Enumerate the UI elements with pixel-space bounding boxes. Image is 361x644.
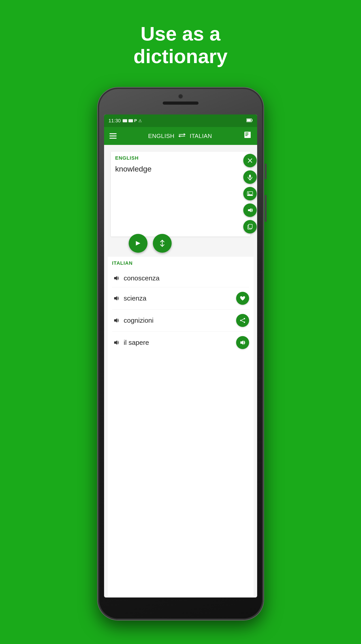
svg-marker-17 xyxy=(248,208,251,212)
source-language-label: ENGLISH xyxy=(115,155,247,161)
svg-point-27 xyxy=(240,320,241,321)
speaker-icon xyxy=(247,207,253,213)
keyboard-icon xyxy=(129,119,133,122)
volume-icon xyxy=(239,340,246,346)
favorite-button[interactable] xyxy=(236,292,249,305)
share-icon xyxy=(239,317,246,324)
svg-marker-24 xyxy=(114,296,117,300)
warning-icon: ⚠ xyxy=(138,118,142,123)
share-button[interactable] xyxy=(236,314,249,327)
mic-button[interactable] xyxy=(243,170,257,184)
vibrate-icon xyxy=(123,119,127,122)
translate-icon xyxy=(134,239,142,247)
speak-result-2-button[interactable] xyxy=(112,294,121,303)
svg-rect-2 xyxy=(247,119,251,122)
svg-marker-25 xyxy=(114,318,117,323)
speak-result-3-button[interactable] xyxy=(112,316,121,325)
speaker-small-icon xyxy=(113,317,120,324)
target-language[interactable]: ITALIAN xyxy=(190,132,212,140)
results-section: ITALIAN conoscenza xyxy=(108,257,254,598)
swap-direction-button[interactable] xyxy=(153,234,172,253)
phone-camera xyxy=(178,94,183,99)
speaker-small-icon xyxy=(113,295,120,302)
battery-icon xyxy=(246,118,253,124)
svg-rect-12 xyxy=(249,175,251,178)
headline-line1: Use as a xyxy=(133,22,228,45)
mic-icon xyxy=(247,174,253,180)
input-section: ENGLISH knowledge xyxy=(111,152,250,236)
result-word-1: conoscenza xyxy=(124,274,249,282)
result-item-1: conoscenza xyxy=(112,269,249,287)
play-audio-button[interactable] xyxy=(236,336,249,349)
hamburger-line xyxy=(109,133,117,134)
result-item-2: scienza xyxy=(112,287,249,310)
target-language-label: ITALIAN xyxy=(112,260,249,266)
translate-button[interactable] xyxy=(129,234,148,253)
svg-marker-23 xyxy=(114,276,117,280)
time-display: 11:30 xyxy=(109,118,121,124)
input-text-field[interactable]: knowledge xyxy=(115,164,247,173)
status-icons: P ⚠ xyxy=(123,118,142,123)
result-word-2: scienza xyxy=(124,294,236,302)
hamburger-menu-button[interactable] xyxy=(109,133,117,139)
language-selector[interactable]: ENGLISH ITALIAN xyxy=(148,132,212,140)
power-button[interactable] xyxy=(265,195,266,222)
app-bar: ENGLISH ITALIAN xyxy=(104,127,257,145)
source-language[interactable]: ENGLISH xyxy=(148,132,175,140)
svg-rect-6 xyxy=(245,132,248,133)
headline-line2: dictionary xyxy=(133,45,228,68)
result-item-3: cognizioni xyxy=(112,310,249,332)
swap-vertical-icon xyxy=(158,239,166,247)
copy-icon xyxy=(247,224,253,230)
image-button[interactable] xyxy=(243,187,257,200)
svg-rect-8 xyxy=(245,135,247,136)
result-word-3: cognizioni xyxy=(124,317,236,324)
clear-button[interactable] xyxy=(243,154,257,167)
speak-result-4-button[interactable] xyxy=(112,338,121,347)
speaker-small-icon xyxy=(113,339,120,346)
hamburger-line xyxy=(109,136,117,136)
close-icon xyxy=(247,158,253,164)
hamburger-line xyxy=(109,138,117,139)
battery-svg xyxy=(246,118,253,122)
svg-point-16 xyxy=(248,192,249,194)
phone-screen: 11:30 P ⚠ xyxy=(104,114,257,598)
dict-svg xyxy=(243,131,252,139)
fab-area xyxy=(111,236,250,257)
parking-icon: P xyxy=(134,118,137,123)
svg-point-28 xyxy=(244,322,245,323)
swap-languages-icon[interactable] xyxy=(178,132,186,139)
status-bar: 11:30 P ⚠ xyxy=(104,114,257,127)
svg-line-30 xyxy=(241,321,244,322)
result-word-4: il sapere xyxy=(124,339,236,346)
svg-rect-19 xyxy=(249,224,252,228)
speak-result-1-button[interactable] xyxy=(112,274,121,283)
side-action-buttons xyxy=(243,154,257,234)
svg-marker-21 xyxy=(136,241,140,246)
svg-rect-7 xyxy=(245,134,248,134)
status-time: 11:30 P ⚠ xyxy=(109,118,142,124)
phone-speaker-grille xyxy=(163,102,199,105)
result-item-4: il sapere xyxy=(112,332,249,354)
svg-rect-9 xyxy=(249,132,251,138)
dictionary-icon[interactable] xyxy=(243,131,252,141)
phone-top-bar xyxy=(163,94,199,105)
svg-point-26 xyxy=(244,318,245,319)
svg-line-29 xyxy=(241,319,244,320)
heart-icon xyxy=(239,295,246,302)
volume-up-button[interactable] xyxy=(265,164,266,179)
svg-marker-32 xyxy=(240,340,243,345)
image-icon xyxy=(247,190,253,197)
swap-svg xyxy=(178,132,186,138)
headline: Use as a dictionary xyxy=(133,22,228,68)
svg-rect-1 xyxy=(252,120,252,121)
copy-button[interactable] xyxy=(243,220,257,234)
speaker-small-icon xyxy=(113,275,120,282)
svg-marker-31 xyxy=(114,340,117,345)
phone-device: 11:30 P ⚠ xyxy=(98,88,263,620)
speak-input-button[interactable] xyxy=(243,204,257,217)
